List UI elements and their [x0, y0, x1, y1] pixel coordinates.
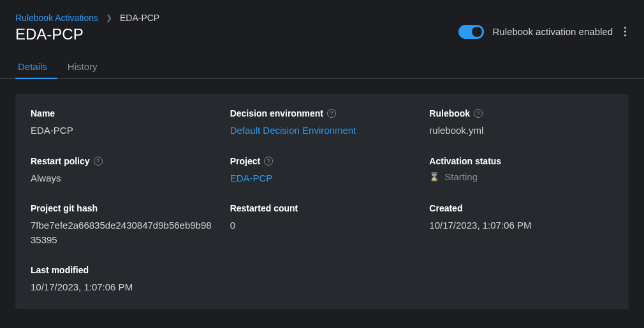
field-project-git-hash: Project git hash 7fbe7efe2a66835de243084… — [31, 203, 215, 247]
tabs: Details History — [0, 55, 644, 79]
field-name: Name EDA-PCP — [31, 108, 215, 138]
field-restart-policy: Restart policy ? Always — [31, 156, 215, 186]
breadcrumb: Rulebook Activations ❯ EDA-PCP — [15, 13, 629, 23]
field-rulebook: Rulebook ? rulebook.yml — [429, 108, 613, 138]
field-activation-status: Activation status ⌛ Starting — [429, 156, 613, 186]
field-project-git-hash-value: 7fbe7efe2a66835de2430847d9b56eb9b9835395 — [31, 218, 215, 247]
hourglass-icon: ⌛ — [429, 172, 439, 182]
field-created-value: 10/17/2023, 1:07:06 PM — [429, 218, 613, 233]
tab-details[interactable]: Details — [15, 55, 57, 78]
field-decision-environment: Decision environment ? Default Decision … — [230, 108, 414, 138]
activation-toggle-wrap: Rulebook activation enabled — [458, 25, 613, 39]
help-icon[interactable]: ? — [94, 157, 103, 166]
field-project-value[interactable]: EDA-PCP — [230, 171, 414, 186]
field-project: Project ? EDA-PCP — [230, 156, 414, 186]
field-last-modified-value: 10/17/2023, 1:07:06 PM — [31, 280, 215, 295]
field-decision-environment-value[interactable]: Default Decision Environment — [230, 124, 414, 138]
field-restart-policy-label: Restart policy ? — [31, 156, 215, 166]
field-name-value: EDA-PCP — [31, 124, 215, 138]
tab-history[interactable]: History — [57, 55, 108, 78]
activation-toggle-label: Rulebook activation enabled — [493, 26, 613, 37]
field-project-git-hash-label: Project git hash — [31, 203, 215, 213]
kebab-menu-icon[interactable] — [622, 24, 629, 39]
field-restarted-count: Restarted count 0 — [230, 203, 414, 247]
help-icon[interactable]: ? — [327, 109, 336, 118]
activation-toggle[interactable] — [458, 25, 484, 39]
toggle-knob — [472, 27, 482, 37]
breadcrumb-current: EDA-PCP — [120, 13, 159, 23]
field-rulebook-label: Rulebook ? — [429, 108, 613, 118]
field-restarted-count-label: Restarted count — [230, 203, 414, 213]
details-panel: Name EDA-PCP Decision environment ? Defa… — [15, 94, 629, 309]
help-icon[interactable]: ? — [474, 109, 483, 118]
field-last-modified-label: Last modified — [31, 265, 215, 275]
field-restarted-count-value: 0 — [230, 218, 414, 233]
field-created: Created 10/17/2023, 1:07:06 PM — [429, 203, 613, 247]
field-project-label: Project ? — [230, 156, 414, 166]
chevron-right-icon: ❯ — [106, 13, 112, 22]
help-icon[interactable]: ? — [264, 157, 273, 166]
field-last-modified: Last modified 10/17/2023, 1:07:06 PM — [31, 265, 215, 295]
field-activation-status-label: Activation status — [429, 156, 613, 166]
field-decision-environment-label: Decision environment ? — [230, 108, 414, 118]
field-restart-policy-value: Always — [31, 171, 215, 186]
field-created-label: Created — [429, 203, 613, 213]
field-name-label: Name — [31, 108, 215, 118]
breadcrumb-parent-link[interactable]: Rulebook Activations — [15, 13, 98, 23]
field-activation-status-value: ⌛ Starting — [429, 171, 613, 182]
field-rulebook-value: rulebook.yml — [429, 124, 613, 138]
